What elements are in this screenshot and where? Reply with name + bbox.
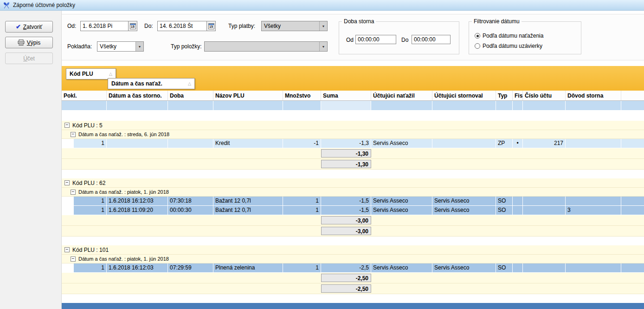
column-header-fis[interactable]: Fis — [513, 91, 523, 100]
cell-pokl: 1 — [74, 263, 107, 273]
payment-type-select[interactable]: Všetky ▼ — [261, 21, 328, 31]
window-title: Záporné účtovné položky — [13, 2, 75, 8]
subgroup-row[interactable]: − Dátum a čas naťaž. : piatok, 1. jún 20… — [62, 188, 644, 197]
filter-panel: Od: 1. 6.2018 Pi 15 Do: 14. 6.2018 Št 15… — [62, 14, 644, 60]
column-header-mnozstvo[interactable]: Množstvo — [283, 91, 321, 100]
radio-by-closing-date[interactable]: Podľa dátumu uzávierky — [475, 43, 542, 49]
group-row[interactable]: − Kód PLU : 101 — [62, 245, 644, 255]
radio-icon — [475, 43, 480, 49]
filter-cell-suma[interactable] — [321, 101, 371, 111]
subtotal-value: -3,00 — [321, 216, 371, 224]
filter-cell[interactable] — [62, 101, 107, 111]
table-row[interactable]: 1 Kredit -1 -1,3 Servis Asseco ZP • 217 — [62, 139, 644, 148]
storno-time-from-input[interactable]: 00:00:00 — [355, 35, 396, 44]
filter-cell — [621, 101, 644, 111]
subtotal-row: -3,00 — [62, 215, 644, 226]
account-button[interactable]: Účet — [5, 53, 53, 64]
column-header-typ[interactable]: Typ — [496, 91, 513, 100]
cell-natazil: Servis Asseco — [371, 139, 432, 148]
group-row[interactable]: − Kód PLU : 5 — [62, 121, 644, 130]
item-type-label: Typ položky: — [171, 43, 202, 50]
column-header-dovod-storna[interactable]: Dôvod storna — [566, 91, 621, 100]
group-total-row: -1,30 — [62, 159, 644, 170]
group-box-datum-natazenia[interactable]: Dátum a čas naťaž. △ — [108, 78, 195, 89]
filter-cell[interactable] — [371, 101, 432, 111]
cell-typ: ZP — [496, 139, 513, 148]
cell-stornoval: Servis Asseco — [432, 263, 496, 273]
subtotal-row: -2,50 — [62, 273, 644, 283]
column-header-doba[interactable]: Doba — [168, 91, 213, 100]
cell-stornoval: Servis Asseco — [432, 206, 496, 215]
cell-doba: 07:29:59 — [168, 263, 213, 273]
calendar-icon: 15 — [130, 23, 136, 29]
collapse-icon[interactable]: − — [64, 123, 70, 128]
calendar-button[interactable]: 15 — [206, 21, 215, 31]
chevron-down-icon: ▼ — [319, 42, 327, 51]
cell-nazov: Plnená zelenina — [213, 263, 283, 273]
app-window: Záporné účtovné položky ✔ Zatvoriť Výpis… — [0, 0, 644, 309]
spacer-row — [62, 170, 644, 178]
group-row[interactable]: − Kód PLU : 62 — [62, 178, 644, 188]
filter-cell[interactable] — [213, 101, 283, 111]
print-report-button[interactable]: Výpis — [5, 37, 53, 48]
column-header-datum-storno[interactable]: Dátum a čas storno. — [107, 91, 168, 100]
cell-datum-storno — [107, 139, 168, 148]
date-from-input[interactable]: 1. 6.2018 Pi 15 — [80, 21, 137, 31]
filter-cell[interactable] — [107, 101, 168, 111]
cash-register-label: Pokladňa: — [67, 43, 92, 50]
cell-dovod — [566, 263, 621, 273]
item-type-select[interactable]: ▼ — [204, 41, 328, 52]
storno-time-from-label: Od — [346, 36, 354, 44]
subgroup-row[interactable]: − Dátum a čas naťaž. : piatok, 1. jún 20… — [62, 255, 644, 263]
table-row[interactable]: 1 1.6.2018 16:12:03 07:29:59 Plnená zele… — [62, 263, 644, 273]
calendar-button[interactable]: 15 — [128, 21, 137, 31]
storno-time-to-label: Do — [401, 36, 408, 44]
spacer-row — [62, 294, 644, 303]
cell-stornoval: Servis Asseco — [432, 197, 496, 206]
collapse-icon[interactable]: − — [71, 256, 76, 262]
column-header-stornoval[interactable]: Účtujúci stornoval — [432, 91, 496, 100]
filter-cell[interactable] — [496, 101, 513, 111]
cell-doba: 07:30:18 — [168, 197, 213, 206]
filter-cell[interactable] — [168, 101, 213, 111]
filter-cell[interactable] — [523, 101, 566, 111]
subtotal-value: -2,50 — [321, 274, 371, 282]
cell-suma: -2,5 — [321, 263, 371, 273]
column-header-suma[interactable]: Suma — [321, 91, 371, 100]
cell-dovod — [566, 139, 621, 148]
cell-filler — [621, 263, 644, 273]
payment-type-value: Všetky — [262, 23, 319, 29]
cell-suma: -1,5 — [321, 206, 371, 215]
subgroup-row[interactable]: − Dátum a čas naťaž. : streda, 6. jún 20… — [62, 130, 644, 139]
storno-time-to-input[interactable]: 00:00:00 — [412, 35, 451, 44]
column-header-nazov-plu[interactable]: Názov PLU — [213, 91, 283, 100]
calendar-icon: 15 — [208, 23, 214, 29]
column-header-cislo-uctu[interactable]: Číslo účtu — [523, 91, 566, 100]
filter-cell[interactable] — [283, 101, 321, 111]
collapse-icon[interactable]: − — [64, 180, 70, 185]
column-header-natazil[interactable]: Účtujúci naťažil — [371, 91, 432, 100]
column-header-pokl[interactable]: Pokl. — [62, 91, 107, 100]
subtotal-value: -1,30 — [321, 149, 371, 158]
close-button[interactable]: ✔ Zatvoriť — [5, 21, 53, 33]
filter-cell[interactable] — [432, 101, 496, 111]
cash-register-select[interactable]: Všetky ▼ — [97, 41, 144, 52]
collapse-icon[interactable]: − — [64, 247, 70, 252]
date-to-value: 14. 6.2018 Št — [158, 23, 206, 29]
cell-pokl: 1 — [74, 139, 107, 148]
subgroup-row-label: Dátum a čas naťaž. : piatok, 1. jún 2018 — [78, 189, 169, 195]
table-row[interactable]: 1 1.6.2018 11:09:20 00:00:30 Bažant 12 0… — [62, 206, 644, 215]
grid-footer-bar — [62, 303, 644, 309]
table-row[interactable]: 1 1.6.2018 16:12:03 07:30:18 Bažant 12 0… — [62, 197, 644, 206]
title-bar[interactable]: Záporné účtovné položky — [0, 0, 644, 11]
cell-datum-storno: 1.6.2018 16:12:03 — [107, 197, 168, 206]
filter-cell[interactable] — [513, 101, 523, 111]
date-to-input[interactable]: 14. 6.2018 Št 15 — [157, 21, 216, 31]
radio-by-load-date[interactable]: Podľa dátumu naťaženia — [475, 33, 543, 39]
collapse-icon[interactable]: − — [71, 190, 76, 195]
chevron-down-icon: ▼ — [319, 21, 327, 31]
collapse-icon[interactable]: − — [71, 132, 76, 137]
filter-cell[interactable] — [566, 101, 621, 111]
cell-typ: SO — [496, 206, 513, 215]
group-row-label: Kód PLU : 101 — [72, 247, 109, 253]
